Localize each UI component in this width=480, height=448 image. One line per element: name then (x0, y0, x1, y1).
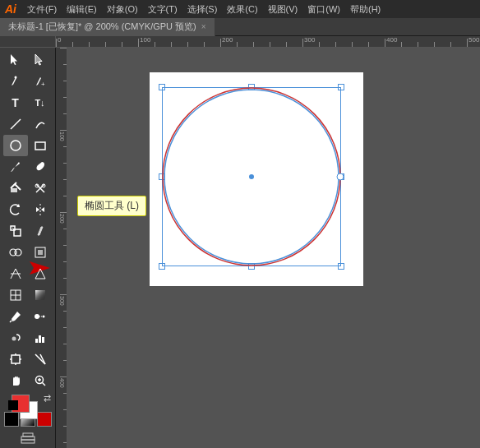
tool-row-3: T T↓ (0, 92, 55, 113)
area-type-tool[interactable]: T↓ (28, 92, 53, 113)
svg-rect-55 (21, 436, 35, 440)
svg-rect-35 (35, 290, 45, 300)
direct-selection-tool[interactable] (28, 49, 53, 71)
live-paint-tool[interactable] (28, 242, 53, 263)
reflect-tool[interactable] (28, 199, 53, 220)
shape-builder-tool[interactable] (3, 242, 28, 263)
type-tool[interactable]: T (3, 92, 28, 113)
eraser-tool[interactable] (3, 178, 28, 199)
gradient-tool[interactable] (28, 284, 53, 306)
svg-rect-27 (38, 250, 43, 255)
shear-tool[interactable] (28, 220, 53, 242)
canvas-area[interactable]: 椭圆工具 (L) (67, 48, 480, 448)
svg-rect-56 (23, 433, 33, 436)
scale-tool[interactable] (3, 220, 28, 242)
eyedropper-tool[interactable] (3, 306, 28, 327)
tool-row-11 (0, 263, 55, 284)
add-anchor-tool[interactable]: + (28, 71, 53, 92)
ellipse-tool[interactable] (3, 135, 28, 156)
menu-bar: 文件(F) 编辑(E) 对象(O) 文字(T) 选择(S) 效果(C) 视图(V… (23, 2, 385, 17)
pen-tool[interactable] (3, 71, 28, 92)
ruler-corner (0, 36, 56, 48)
svg-line-5 (11, 119, 21, 129)
tool-row-6 (0, 156, 55, 178)
tool-tooltip: 椭圆工具 (L) (77, 196, 146, 216)
slice-tool[interactable] (28, 349, 53, 370)
tab-label: 未标题-1 [已恢复]* @ 200% (CMYK/GPU 预览) (8, 21, 196, 33)
zoom-tool[interactable] (28, 370, 53, 391)
svg-line-49 (35, 354, 45, 364)
document-tab[interactable]: 未标题-1 [已恢复]* @ 200% (CMYK/GPU 预览) × (0, 18, 215, 36)
tool-row-1 (0, 49, 55, 71)
title-bar: Ai 文件(F) 编辑(E) 对象(O) 文字(T) 选择(S) 效果(C) 视… (0, 0, 480, 18)
tool-row-5 (0, 135, 55, 156)
svg-rect-43 (42, 337, 44, 343)
svg-line-36 (10, 321, 12, 322)
mesh-tool[interactable] (3, 284, 28, 306)
solid-color-icon[interactable] (4, 412, 19, 427)
tool-row-7 (0, 178, 55, 199)
svg-marker-19 (41, 207, 44, 212)
tab-bar: 未标题-1 [已恢复]* @ 200% (CMYK/GPU 预览) × (0, 18, 480, 36)
tooltip-text: 椭圆工具 (L) (85, 200, 139, 211)
arc-tool[interactable] (28, 113, 53, 135)
tool-row-10 (0, 242, 55, 263)
tool-row-8 (0, 199, 55, 220)
svg-point-38 (42, 316, 44, 318)
line-tool[interactable] (3, 113, 28, 135)
svg-rect-44 (12, 355, 20, 363)
ellipse-shape[interactable] (162, 87, 341, 266)
tab-close-button[interactable]: × (201, 22, 206, 31)
main-area: + T T↓ (0, 48, 480, 448)
tool-row-15 (0, 349, 55, 370)
menu-effect[interactable]: 效果(C) (223, 2, 261, 17)
svg-marker-31 (35, 269, 45, 279)
none-icon[interactable] (37, 412, 52, 427)
horizontal-ruler: 0100200300400500 (56, 36, 480, 48)
symbol-sprayer-tool[interactable] (3, 327, 28, 349)
svg-point-60 (249, 174, 254, 179)
menu-select[interactable]: 选择(S) (183, 2, 222, 17)
tool-row-16 (0, 370, 55, 391)
svg-point-61 (337, 173, 344, 180)
blob-brush-tool[interactable] (28, 156, 53, 178)
rotate-tool[interactable] (3, 199, 28, 220)
svg-point-25 (15, 249, 21, 256)
svg-line-52 (42, 383, 45, 386)
menu-object[interactable]: 对象(O) (103, 2, 142, 17)
svg-rect-7 (35, 142, 45, 150)
menu-edit[interactable]: 编辑(E) (62, 2, 101, 17)
vertical-ruler: 100200300400 (56, 48, 67, 448)
layer-options[interactable] (13, 430, 43, 446)
tool-row-4 (0, 113, 55, 135)
tool-row-2: + (0, 71, 55, 92)
svg-marker-23 (38, 227, 43, 235)
artboard-tool[interactable] (3, 349, 28, 370)
menu-window[interactable]: 窗口(W) (303, 2, 344, 17)
tool-row-12 (0, 284, 55, 306)
menu-file[interactable]: 文件(F) (23, 2, 61, 17)
column-graph-tool[interactable] (28, 327, 53, 349)
swap-colors-icon[interactable]: ⇄ (44, 393, 51, 404)
ruler-row: 0100200300400500 (0, 36, 480, 48)
paintbrush-tool[interactable] (3, 156, 28, 178)
tool-row-14 (0, 327, 55, 349)
svg-marker-18 (36, 207, 39, 212)
menu-view[interactable]: 视图(V) (264, 2, 302, 17)
perspective-grid-tool[interactable] (3, 263, 28, 284)
inner-main: 100200300400 (56, 48, 480, 448)
toolbar: + T T↓ (0, 48, 56, 448)
hand-tool[interactable] (3, 370, 28, 391)
svg-rect-57 (21, 440, 35, 443)
perspective-selection-tool[interactable] (28, 263, 53, 284)
rectangle-tool[interactable] (28, 135, 53, 156)
svg-rect-9 (11, 188, 17, 192)
svg-point-37 (35, 314, 39, 319)
selection-tool[interactable] (3, 49, 28, 71)
blend-tool[interactable] (28, 306, 53, 327)
tool-row-9 (0, 220, 55, 242)
menu-help[interactable]: 帮助(H) (346, 2, 385, 17)
menu-type[interactable]: 文字(T) (144, 2, 182, 17)
default-colors-icon[interactable] (8, 400, 18, 410)
scissors-tool[interactable] (28, 178, 53, 199)
